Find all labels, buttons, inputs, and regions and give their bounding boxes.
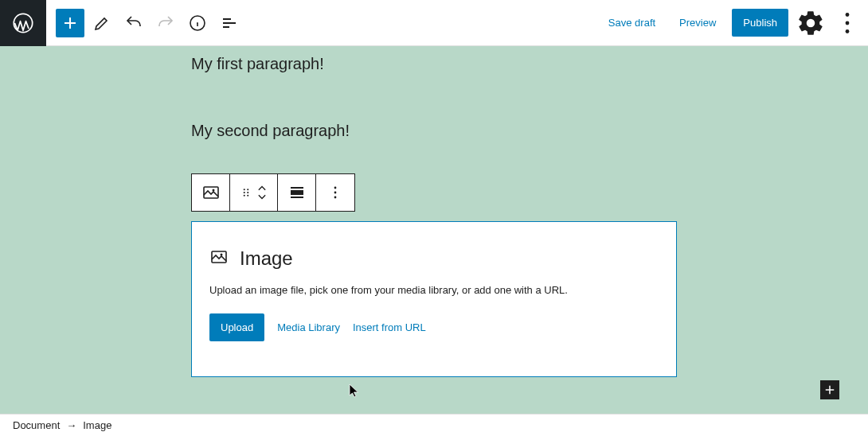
breadcrumb-current[interactable]: Image <box>83 419 111 431</box>
media-library-button[interactable]: Media Library <box>277 321 340 333</box>
add-block-button[interactable] <box>56 9 84 37</box>
svg-rect-13 <box>291 190 303 195</box>
svg-point-4 <box>846 29 850 33</box>
insert-from-url-button[interactable]: Insert from URL <box>353 321 426 333</box>
svg-point-3 <box>846 21 850 25</box>
upload-button[interactable]: Upload <box>209 313 264 341</box>
svg-point-8 <box>247 189 248 190</box>
edit-mode-button[interactable] <box>88 9 116 37</box>
preview-button[interactable]: Preview <box>671 10 724 35</box>
paragraph-block[interactable]: My second paragraph! <box>191 113 677 148</box>
block-more-button[interactable] <box>316 174 354 211</box>
add-block-inline-button[interactable] <box>820 380 839 399</box>
breadcrumb-root[interactable]: Document <box>13 419 60 431</box>
svg-point-16 <box>334 197 337 199</box>
svg-point-15 <box>334 192 337 194</box>
editor-top-toolbar: Save draft Preview Publish <box>0 0 868 46</box>
svg-point-12 <box>247 195 248 197</box>
toolbar-right: Save draft Preview Publish <box>600 9 868 37</box>
image-icon <box>209 247 229 270</box>
more-options-button[interactable] <box>833 9 862 37</box>
image-block-description: Upload an image file, pick one from your… <box>209 284 659 296</box>
paragraph-block[interactable]: My first paragraph! <box>191 46 677 81</box>
undo-button[interactable] <box>119 9 148 37</box>
redo-button[interactable] <box>151 9 180 37</box>
block-type-icon[interactable] <box>192 174 230 211</box>
svg-point-6 <box>212 189 214 192</box>
wp-logo[interactable] <box>0 0 46 46</box>
svg-point-9 <box>243 192 244 193</box>
svg-point-18 <box>221 254 223 256</box>
info-button[interactable] <box>183 9 212 37</box>
publish-button[interactable]: Publish <box>732 9 788 37</box>
block-align-button[interactable] <box>278 174 316 211</box>
svg-point-10 <box>247 192 248 193</box>
settings-button[interactable] <box>796 9 825 37</box>
block-toolbar <box>191 173 355 212</box>
image-block-title: Image <box>240 247 293 270</box>
chevron-right-icon: → <box>66 419 76 431</box>
outline-button[interactable] <box>215 9 244 37</box>
svg-point-11 <box>243 195 244 197</box>
block-move-handle[interactable] <box>230 174 278 211</box>
svg-point-14 <box>334 187 337 189</box>
svg-point-2 <box>846 13 850 17</box>
save-draft-button[interactable]: Save draft <box>600 10 663 35</box>
svg-point-7 <box>243 189 244 190</box>
breadcrumb-bar: Document → Image <box>0 414 868 436</box>
toolbar-left <box>46 9 245 37</box>
image-block-placeholder[interactable]: Image Upload an image file, pick one fro… <box>191 221 677 377</box>
editor-canvas[interactable]: My first paragraph! My second paragraph! <box>0 46 868 414</box>
